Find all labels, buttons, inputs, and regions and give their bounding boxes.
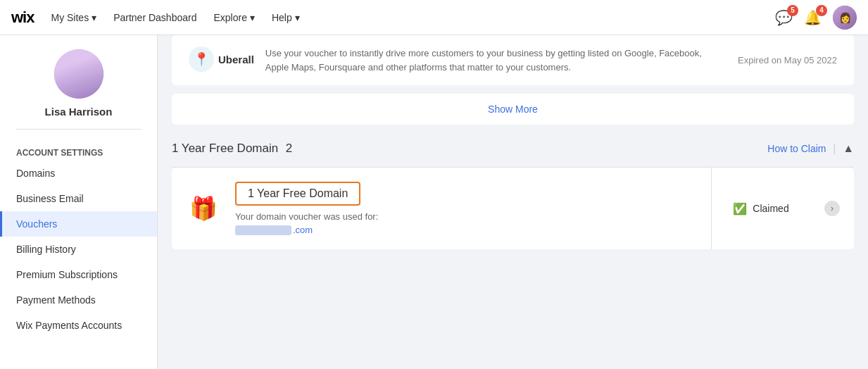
show-more-section: Show More <box>172 94 854 125</box>
location-pin-icon: 📍 <box>194 51 209 67</box>
section-title-wrap: 1 Year Free Domain 2 <box>172 142 292 156</box>
sidebar-item-premium-subscriptions[interactable]: Premium Subscriptions <box>0 262 157 287</box>
uberall-logo: 📍 Uberall <box>189 46 254 72</box>
nav-my-sites[interactable]: My Sites ▾ <box>51 12 96 23</box>
free-domain-section-header: 1 Year Free Domain 2 How to Claim | ▲ <box>172 136 854 161</box>
domain-url-ext: .com <box>293 225 313 235</box>
main-layout: Lisa Harrison Account Settings Domains B… <box>0 35 868 369</box>
domain-voucher-card: 🎁 1 Year Free Domain Your domain voucher… <box>172 168 854 249</box>
domain-description: Your domain voucher was used for: <box>235 211 711 222</box>
top-navigation: wix My Sites ▾ Partner Dashboard Explore… <box>0 0 868 35</box>
user-avatar[interactable]: 👩 <box>833 6 857 30</box>
topnav-right-actions: 💬 5 🔔 4 👩 <box>775 6 857 30</box>
main-content: 📍 Uberall Use your voucher to instantly … <box>158 35 868 369</box>
checkmark-icon: ✅ <box>733 202 747 215</box>
avatar-image: 👩 <box>833 6 857 30</box>
free-domain-count: 2 <box>286 142 292 155</box>
chat-notifications[interactable]: 💬 5 <box>775 9 793 26</box>
show-more-button[interactable]: Show More <box>172 94 854 125</box>
domain-url: .com <box>235 225 711 235</box>
sidebar: Lisa Harrison Account Settings Domains B… <box>0 35 158 369</box>
chevron-down-icon: ▾ <box>92 12 96 23</box>
gift-icon: 🎁 <box>189 195 218 222</box>
claimed-label: Claimed <box>753 203 788 214</box>
uberall-logo-wrap: 📍 Uberall <box>189 46 254 72</box>
section-divider-vertical: | <box>834 143 836 154</box>
domain-claimed-section: ✅ Claimed <box>712 188 810 230</box>
uberall-voucher-card: 📍 Uberall Use your voucher to instantly … <box>172 35 854 85</box>
sidebar-avatar <box>54 49 103 99</box>
sidebar-item-payment-methods[interactable]: Payment Methods <box>0 287 157 313</box>
domain-card-title: 1 Year Free Domain <box>235 182 360 206</box>
uberall-brand-name: Uberall <box>218 54 254 65</box>
avatar-image <box>54 49 103 99</box>
domain-icon-wrap: 🎁 <box>172 181 235 236</box>
sidebar-item-business-email[interactable]: Business Email <box>0 186 157 211</box>
nav-help[interactable]: Help ▾ <box>272 12 300 23</box>
uberall-icon-bg: 📍 <box>189 46 214 72</box>
wix-logo[interactable]: wix <box>11 8 34 27</box>
domain-url-blurred <box>235 225 291 235</box>
nav-explore[interactable]: Explore ▾ <box>213 12 254 23</box>
uberall-status: Expired on May 05 2022 <box>738 55 837 65</box>
domain-card-arrow[interactable]: › <box>810 187 854 230</box>
sidebar-item-vouchers[interactable]: Vouchers <box>0 211 157 237</box>
domain-info: 1 Year Free Domain Your domain voucher w… <box>235 168 711 249</box>
sidebar-item-wix-payments[interactable]: Wix Payments Accounts <box>0 313 157 338</box>
uberall-description: Use your voucher to instantly drive more… <box>265 46 727 74</box>
chevron-down-icon: ▾ <box>250 12 255 23</box>
bell-notifications[interactable]: 🔔 4 <box>804 9 822 26</box>
how-to-claim-link[interactable]: How to Claim <box>767 143 826 154</box>
sidebar-user-name: Lisa Harrison <box>45 106 113 118</box>
sidebar-divider <box>15 129 141 130</box>
section-actions: How to Claim | ▲ <box>767 142 854 155</box>
chevron-right-icon: › <box>824 201 840 216</box>
sidebar-item-billing-history[interactable]: Billing History <box>0 237 157 262</box>
chevron-down-icon: ▾ <box>295 12 300 23</box>
chat-badge: 5 <box>787 5 798 16</box>
collapse-button[interactable]: ▲ <box>843 142 854 155</box>
nav-partner-dashboard[interactable]: Partner Dashboard <box>113 12 196 23</box>
sidebar-item-domains[interactable]: Domains <box>0 161 157 186</box>
free-domain-title: 1 Year Free Domain <box>172 142 278 155</box>
bell-badge: 4 <box>816 5 827 16</box>
account-settings-header: Account Settings <box>0 138 157 161</box>
